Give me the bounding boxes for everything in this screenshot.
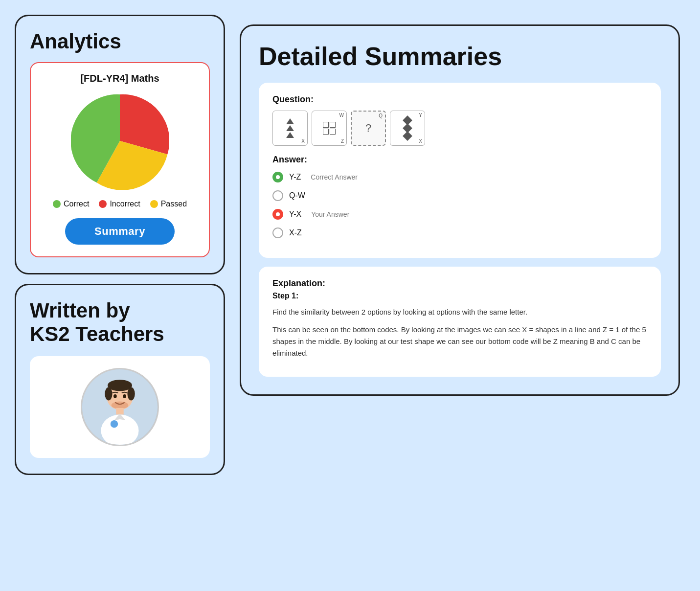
triangle-group-1 — [286, 118, 294, 138]
answer-text-3: Y-X — [289, 210, 301, 219]
legend-incorrect: Incorrect — [99, 200, 140, 208]
q-letter-x1: X — [301, 138, 305, 144]
svg-point-11 — [123, 394, 126, 398]
answer-option-3: Y-X Your Answer — [272, 209, 647, 220]
answer-text-4: X-Z — [289, 228, 302, 237]
q-test-mark: ? — [365, 122, 371, 135]
answer-option-1: Y-Z Correct Answer — [272, 172, 647, 182]
radio-neutral-1 — [272, 190, 283, 201]
answer-note-1: Correct Answer — [311, 173, 358, 181]
answer-option-4: X-Z — [272, 227, 647, 238]
radio-incorrect — [272, 209, 283, 220]
explanation-box: Explanation: Step 1: Find the similarity… — [259, 267, 661, 377]
q-image-1: X — [272, 111, 308, 146]
chart-legend: Correct Incorrect Passed — [53, 200, 187, 208]
radio-correct — [272, 172, 283, 182]
written-by-title: Written byKS2 Teachers — [30, 299, 210, 346]
svg-point-3 — [105, 387, 112, 400]
written-by-card: Written byKS2 Teachers — [15, 284, 225, 475]
q-letter-x2: X — [419, 138, 422, 144]
legend-correct: Correct — [53, 200, 89, 208]
teacher-avatar — [81, 368, 159, 446]
step2-text: This can be seen on the bottom codes. By… — [272, 324, 647, 359]
q-letter-y1: Y — [419, 113, 422, 118]
q-image-3: Q ? — [351, 111, 386, 146]
q-letter-z1: Z — [341, 138, 344, 144]
q-image-4: Y X — [390, 111, 425, 146]
summaries-title: Detailed Summaries — [259, 42, 661, 71]
summary-button[interactable]: Summary — [65, 218, 175, 245]
svg-point-7 — [101, 414, 139, 446]
q-letter-q: Q — [379, 113, 383, 118]
analytics-title: Analytics — [30, 30, 210, 53]
correct-label: Correct — [64, 200, 89, 208]
answer-text-2: Q-W — [289, 191, 305, 200]
radio-neutral-2 — [272, 227, 283, 238]
summaries-card: Detailed Summaries Question: X W — [240, 24, 680, 396]
question-label: Question: — [272, 94, 647, 105]
question-box: Question: X W Z — [259, 83, 661, 258]
chart-subject: [FDL-YR4] Maths — [80, 73, 159, 84]
passed-label: Passed — [161, 200, 187, 208]
answer-label: Answer: — [272, 155, 647, 165]
q-letter-w: W — [339, 113, 344, 118]
answer-note-3: Your Answer — [311, 210, 349, 218]
svg-point-5 — [112, 401, 129, 409]
chart-container: [FDL-YR4] Maths Correct Incorrect Passed — [30, 62, 210, 257]
answer-text-1: Y-Z — [289, 173, 301, 182]
diamond-group — [404, 117, 411, 139]
explanation-label: Explanation: — [272, 278, 647, 289]
legend-passed: Passed — [150, 200, 187, 208]
svg-rect-6 — [116, 408, 123, 414]
teacher-photo-svg — [82, 368, 158, 446]
answer-option-2: Q-W — [272, 190, 647, 201]
step1-label: Step 1: — [272, 292, 647, 300]
correct-dot — [53, 200, 61, 208]
incorrect-label: Incorrect — [110, 200, 140, 208]
question-images: X W Z Q ? Y — [272, 111, 647, 146]
svg-point-10 — [113, 394, 117, 398]
svg-point-4 — [127, 387, 135, 400]
squares-grid — [323, 122, 336, 135]
q-image-2: W Z — [312, 111, 347, 146]
passed-dot — [150, 200, 158, 208]
pie-chart — [71, 92, 169, 190]
analytics-card: Analytics [FDL-YR4] Maths Correct Incorr… — [15, 15, 225, 274]
svg-point-9 — [111, 420, 118, 428]
step1-text: Find the similarity between 2 options by… — [272, 306, 647, 318]
teacher-photo-container — [30, 356, 210, 458]
incorrect-dot — [99, 200, 107, 208]
